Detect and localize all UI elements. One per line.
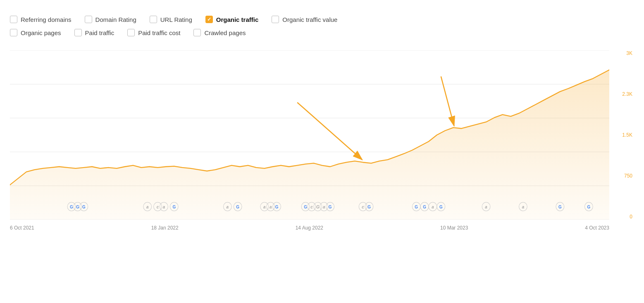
checkbox-label-domain-rating: Domain Rating xyxy=(95,16,136,23)
checkbox-label-paid-traffic-cost: Paid traffic cost xyxy=(138,29,180,36)
svg-text:c: c xyxy=(362,204,364,209)
checkbox-box-paid-traffic-cost xyxy=(127,29,135,36)
checkbox-label-organic-traffic-value: Organic traffic value xyxy=(282,16,337,23)
x-axis-label-3: 10 Mar 2023 xyxy=(440,225,468,231)
svg-text:a: a xyxy=(146,204,149,209)
svg-text:G: G xyxy=(76,204,79,209)
checkbox-organic-pages[interactable]: Organic pages xyxy=(10,29,61,36)
y-axis-label-4: 0 xyxy=(630,214,632,220)
checkbox-label-paid-traffic: Paid traffic xyxy=(85,29,114,36)
checkbox-crawled-pages[interactable]: Crawled pages xyxy=(193,29,246,36)
chart-area: G G G a c a G a G xyxy=(10,50,634,249)
chart-svg: G G G a c a G a G xyxy=(10,50,609,220)
checkbox-paid-traffic[interactable]: Paid traffic xyxy=(74,29,114,36)
checkbox-label-url-rating: URL Rating xyxy=(160,16,192,23)
svg-text:G: G xyxy=(329,204,332,209)
x-axis-label-0: 6 Oct 2021 xyxy=(10,225,34,231)
y-axis-container: 3K2.3K1.5K7500 xyxy=(611,50,634,220)
checkbox-label-organic-pages: Organic pages xyxy=(21,29,61,36)
svg-text:G: G xyxy=(172,204,176,209)
svg-text:G: G xyxy=(423,204,426,209)
svg-text:a: a xyxy=(432,204,434,209)
svg-line-7 xyxy=(441,76,454,126)
svg-text:a: a xyxy=(270,204,272,209)
checkbox-box-url-rating xyxy=(150,16,157,23)
svg-text:a: a xyxy=(522,204,525,209)
checkbox-url-rating[interactable]: URL Rating xyxy=(150,16,192,23)
checkbox-paid-traffic-cost[interactable]: Paid traffic cost xyxy=(127,29,180,36)
y-axis-label-1: 2.3K xyxy=(622,91,632,97)
checkbox-box-organic-traffic-value xyxy=(272,16,279,23)
svg-text:G: G xyxy=(316,204,320,209)
checkbox-box-organic-pages xyxy=(10,29,17,36)
x-axis: 6 Oct 202118 Jan 202214 Aug 202210 Mar 2… xyxy=(10,224,609,232)
checkbox-referring-domains[interactable]: Referring domains xyxy=(10,16,72,23)
x-axis-label-2: 14 Aug 2022 xyxy=(296,225,323,231)
checkbox-label-organic-traffic: Organic traffic xyxy=(216,16,259,23)
checkbox-label-referring-domains: Referring domains xyxy=(21,16,72,23)
checkbox-organic-traffic[interactable]: Organic traffic xyxy=(205,16,259,23)
y-axis-label-0: 3K xyxy=(626,50,632,56)
svg-text:a: a xyxy=(485,204,487,209)
svg-line-6 xyxy=(297,102,362,160)
svg-text:G: G xyxy=(304,204,307,209)
svg-text:c: c xyxy=(310,204,313,209)
x-axis-label-4: 4 Oct 2023 xyxy=(585,225,609,231)
checkbox-row-2: Organic pagesPaid trafficPaid traffic co… xyxy=(10,29,634,40)
x-axis-label-1: 18 Jan 2022 xyxy=(151,225,179,231)
checkbox-box-crawled-pages xyxy=(193,29,201,36)
checkbox-organic-traffic-value[interactable]: Organic traffic value xyxy=(272,16,337,23)
svg-text:a: a xyxy=(323,204,325,209)
y-axis-label-2: 1.5K xyxy=(622,132,632,138)
svg-text:G: G xyxy=(367,204,371,209)
checkbox-label-crawled-pages: Crawled pages xyxy=(204,29,246,36)
checkbox-domain-rating[interactable]: Domain Rating xyxy=(85,16,136,23)
svg-text:G: G xyxy=(415,204,418,209)
svg-text:G: G xyxy=(275,204,279,209)
checkbox-row-1: Referring domainsDomain RatingURL Rating… xyxy=(10,16,634,27)
svg-text:c: c xyxy=(157,204,159,209)
svg-text:G: G xyxy=(439,204,443,209)
checkbox-box-domain-rating xyxy=(85,16,92,23)
svg-text:G: G xyxy=(558,204,562,209)
svg-text:G: G xyxy=(587,204,590,209)
chart-container: G G G a c a G a G xyxy=(10,50,634,232)
svg-text:G: G xyxy=(82,204,86,209)
y-axis-label-3: 750 xyxy=(624,173,632,179)
checkbox-box-paid-traffic xyxy=(74,29,82,36)
svg-text:G: G xyxy=(236,204,239,209)
svg-text:a: a xyxy=(263,204,266,209)
checkbox-box-referring-domains xyxy=(10,16,17,23)
svg-text:a: a xyxy=(163,204,165,209)
svg-text:G: G xyxy=(70,204,73,209)
svg-text:a: a xyxy=(227,204,229,209)
checkbox-box-organic-traffic xyxy=(205,16,213,23)
